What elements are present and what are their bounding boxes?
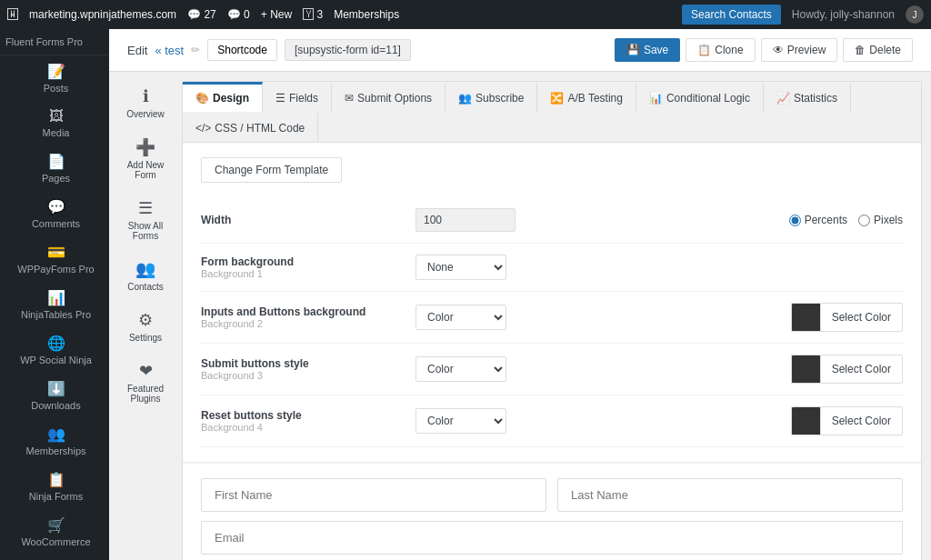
list-icon: ☰	[138, 198, 153, 218]
width-unit-group: Percents Pixels	[789, 214, 903, 226]
shortcode-value: [supsystic-form id=11]	[285, 39, 411, 61]
sidebar-label-posts: Posts	[44, 83, 69, 94]
email-input[interactable]	[201, 521, 903, 555]
statistics-tab-label: Statistics	[794, 92, 837, 105]
sidebar-item-products[interactable]: 📦 Products	[0, 555, 109, 560]
submit-btn-sub: Background 3	[201, 370, 401, 381]
change-template-button[interactable]: Change Form Template	[201, 157, 342, 183]
settings-label: Settings	[129, 333, 162, 343]
preview-button[interactable]: 👁 Preview	[761, 38, 838, 62]
reset-btn-select-color-button[interactable]: Select Color	[820, 406, 903, 435]
first-name-input[interactable]	[201, 478, 546, 512]
main-content: Edit « test ✏ Shortcode [supsystic-form …	[109, 29, 931, 560]
icon-panel: ℹ Overview ➕ Add New Form ☰ Show All For…	[109, 72, 182, 560]
icon-panel-add-new-form[interactable]: ➕ Add New Form	[113, 132, 178, 185]
edit-label: Edit	[127, 44, 147, 57]
ab-testing-tab-icon: 🔀	[550, 92, 564, 105]
css-html-tab-icon: </>	[195, 122, 211, 135]
form-bg-select[interactable]: None Color Image	[415, 255, 506, 280]
sidebar-item-comments[interactable]: 💬 Comments	[0, 191, 109, 236]
sidebar-item-wpsocial[interactable]: 🌐 WP Social Ninja	[0, 327, 109, 373]
conditional-logic-tab-label: Conditional Logic	[666, 92, 750, 105]
form-bg-label: Form background Background 1	[201, 255, 401, 279]
inputs-btns-select-color-button[interactable]: Select Color	[820, 303, 903, 332]
sidebar-brand: Fluent Forms Pro	[0, 29, 109, 55]
subscribe-tab-icon: 👥	[458, 92, 472, 105]
percents-radio[interactable]	[789, 215, 801, 226]
reset-btn-select[interactable]: Color None Image	[415, 408, 506, 434]
sidebar-item-ninjaforms[interactable]: 📋 Ninja Forms	[0, 464, 109, 509]
tab-css-html-code[interactable]: </> CSS / HTML Code	[183, 112, 318, 142]
inputs-btns-bg-select[interactable]: Color None Image	[415, 305, 506, 330]
delete-button[interactable]: 🗑 Delete	[843, 38, 913, 62]
icon-panel-overview[interactable]: ℹ Overview	[113, 81, 178, 125]
icon-panel-settings[interactable]: ⚙ Settings	[113, 305, 178, 348]
site-name[interactable]: marketing.wpninjathemes.com	[29, 8, 176, 21]
sidebar-item-wppayfoms[interactable]: 💳 WPPayFoms Pro	[0, 236, 109, 282]
icon-panel-featured-plugins[interactable]: ❤ Featured Plugins	[113, 355, 178, 409]
inputs-btns-color-swatch[interactable]	[791, 303, 820, 332]
form-name-link[interactable]: « test	[155, 44, 184, 57]
ab-testing-tab-label: A/B Testing	[567, 92, 622, 105]
inputs-btns-bg-row: Inputs and Buttons background Background…	[201, 292, 903, 344]
pages-icon: 📄	[47, 153, 65, 170]
last-name-input[interactable]	[557, 478, 903, 512]
sidebar-item-memberships[interactable]: 👥 Memberships	[0, 418, 109, 464]
tab-ab-testing[interactable]: 🔀 A/B Testing	[537, 82, 636, 112]
width-input[interactable]	[415, 208, 516, 232]
edit-pencil-icon[interactable]: ✏	[191, 44, 200, 56]
design-panel: Change Form Template Width Percents	[183, 143, 921, 462]
pixels-label: Pixels	[874, 214, 903, 226]
wpsocial-icon: 🌐	[47, 335, 65, 352]
tab-statistics[interactable]: 📈 Statistics	[764, 82, 851, 112]
sidebar-label-ninjatables: NinjaTables Pro	[21, 309, 91, 320]
sidebar-item-ninjatables[interactable]: 📊 NinjaTables Pro	[0, 282, 109, 327]
fields-tab-icon: ☰	[275, 92, 285, 105]
info-icon: ℹ	[143, 86, 149, 106]
clone-icon: 📋	[697, 44, 711, 56]
trash-icon: 🗑	[855, 44, 866, 56]
tab-submit-options[interactable]: ✉ Submit Options	[332, 82, 445, 112]
pixels-radio[interactable]	[858, 215, 870, 226]
tab-conditional-logic[interactable]: 📊 Conditional Logic	[636, 82, 764, 112]
tab-subscribe[interactable]: 👥 Subscribe	[445, 82, 537, 112]
sidebar-label-wpsocial: WP Social Ninja	[20, 355, 92, 365]
submit-btn-label: Submit buttons style Background 3	[201, 357, 401, 381]
clone-button[interactable]: 📋 Clone	[686, 38, 755, 62]
media-icon: 🖼	[49, 108, 64, 125]
submit-btn-select[interactable]: Color None Image	[415, 356, 506, 382]
woocommerce-icon: 🛒	[47, 516, 65, 534]
sidebar-item-woocommerce[interactable]: 🛒 WooCommerce	[0, 509, 109, 555]
new-button[interactable]: + New	[261, 8, 292, 21]
css-html-tab-label: CSS / HTML Code	[215, 122, 305, 135]
heart-icon: ❤	[139, 361, 153, 381]
statistics-tab-icon: 📈	[776, 92, 790, 105]
search-contacts-button[interactable]: Search Contacts	[682, 5, 781, 25]
shortcode-button[interactable]: Shortcode	[207, 39, 277, 61]
subscribe-tab-label: Subscribe	[476, 92, 524, 105]
tab-design[interactable]: 🎨 Design	[183, 82, 263, 112]
sidebar-item-downloads[interactable]: ⬇️ Downloads	[0, 373, 109, 418]
sidebar-label-woocommerce: WooCommerce	[21, 536, 90, 547]
pixels-option[interactable]: Pixels	[858, 214, 903, 226]
icon-panel-show-all-forms[interactable]: ☰ Show All Forms	[113, 193, 178, 246]
featured-plugins-label: Featured Plugins	[118, 384, 173, 404]
design-tab-icon: 🎨	[195, 92, 209, 105]
overview-label: Overview	[126, 109, 165, 119]
comment-count: 💬 27	[187, 8, 216, 21]
percents-option[interactable]: Percents	[789, 214, 847, 226]
sidebar-item-pages[interactable]: 📄 Pages	[0, 145, 109, 191]
submit-btn-select-color-button[interactable]: Select Color	[820, 355, 903, 384]
tab-fields[interactable]: ☰ Fields	[263, 82, 332, 112]
name-row	[201, 478, 903, 512]
reset-btn-color-swatch[interactable]	[791, 406, 820, 435]
icon-panel-contacts[interactable]: 👥 Contacts	[113, 254, 178, 297]
save-button[interactable]: 💾 Save	[615, 38, 680, 62]
submit-btn-color-swatch[interactable]	[791, 355, 820, 384]
plugin-badge: 🅈 3	[303, 8, 323, 21]
delete-label: Delete	[869, 44, 901, 56]
save-label: Save	[644, 44, 668, 56]
memberships-link[interactable]: Memberships	[334, 8, 399, 21]
sidebar-item-posts[interactable]: 📝 Posts	[0, 55, 109, 101]
sidebar-item-media[interactable]: 🖼 Media	[0, 101, 109, 145]
